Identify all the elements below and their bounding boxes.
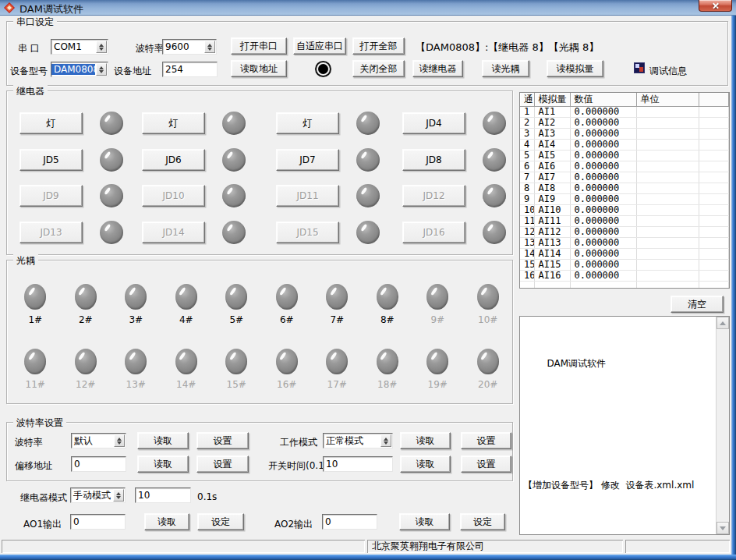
relay-mode-combobox[interactable]: 手动模式	[70, 487, 126, 503]
opto-channel-label: 13#	[126, 379, 146, 390]
table-row[interactable]: 12 AI12 0.000000	[520, 227, 729, 238]
offset-set-button[interactable]: 设置	[196, 455, 249, 473]
opto-grid: 1# 2# 3# 4# 5# 6#	[10, 282, 513, 412]
close-all-button[interactable]: 关闭全部	[352, 60, 405, 77]
scroll-up-button[interactable]	[717, 317, 729, 329]
relay-button[interactable]: JD12	[402, 185, 465, 207]
open-port-button[interactable]: 打开串口	[231, 37, 287, 55]
table-row[interactable]: 8 AI8 0.000000	[520, 183, 729, 194]
table-row[interactable]: 7 AI7 0.000000	[520, 172, 729, 183]
ao2-input[interactable]	[322, 514, 377, 530]
log-scrollbar[interactable]	[716, 317, 729, 534]
relay-button[interactable]: JD9	[19, 185, 83, 207]
opto-channel-label: 17#	[327, 379, 347, 390]
table-row[interactable]: 5 AI5 0.000000	[520, 151, 729, 161]
read-opto-button[interactable]: 读光耦	[482, 60, 529, 77]
relay-button[interactable]: JD13	[19, 222, 83, 243]
table-row[interactable]: 3 AI3 0.000000	[520, 129, 729, 140]
read-address-button[interactable]: 读取地址	[231, 60, 287, 77]
device-model-value: DAM0808	[51, 64, 95, 75]
opto-channel-label: 10#	[478, 314, 497, 325]
cell-unit	[636, 183, 699, 194]
cell-analog-name: AI3	[534, 129, 570, 140]
table-row[interactable]: 11 AI11 0.000000	[520, 216, 729, 227]
table-row[interactable]: 1 AI1 0.000000	[520, 107, 729, 118]
cell-unit	[636, 129, 699, 140]
table-row[interactable]: 14 AI14 0.000000	[520, 249, 729, 260]
table-row[interactable]: 2 AI2 0.000000	[520, 118, 729, 129]
relay-led-indicator	[222, 221, 246, 244]
dropdown-arrow-icon[interactable]	[96, 63, 107, 76]
device-address-input[interactable]	[162, 62, 218, 77]
offset-read-button[interactable]: 读取	[137, 455, 189, 473]
relay-button[interactable]: JD4	[402, 112, 465, 134]
relay-group: 继电器 灯 灯 灯 JD4 JD5	[6, 90, 513, 255]
device-model-combobox[interactable]: DAM0808	[51, 62, 108, 77]
table-row[interactable]: 4 AI4 0.000000	[520, 140, 729, 151]
relay-button[interactable]: 灯	[142, 112, 205, 134]
work-mode-set-button[interactable]: 设置	[461, 432, 511, 449]
col-header-value[interactable]: 数值	[570, 93, 636, 107]
ao1-input[interactable]	[70, 514, 126, 530]
relay-button[interactable]: JD14	[142, 222, 205, 243]
ao2-set-button[interactable]: 设定	[460, 513, 505, 530]
switch-time-read-button[interactable]: 读取	[400, 455, 451, 473]
log-panel[interactable]: DAM调试软件 【增加设备型号】 修改 设备表.xml.xml 【模拟量 单位、…	[519, 316, 730, 535]
dropdown-arrow-icon[interactable]	[204, 41, 215, 53]
table-row[interactable]: 10 AI10 0.000000	[520, 205, 729, 216]
table-row[interactable]: 9 AI9 0.000000	[520, 194, 729, 205]
table-row[interactable]: 15 AI15 0.000000	[520, 260, 729, 271]
cell-channel: 13	[520, 238, 534, 249]
switch-time-set-button[interactable]: 设置	[461, 455, 511, 473]
col-header-channel[interactable]: 通	[520, 93, 534, 107]
open-all-button[interactable]: 打开全部	[352, 37, 405, 55]
relay-button[interactable]: JD6	[142, 149, 205, 171]
dropdown-arrow-icon[interactable]	[96, 41, 107, 53]
relay-button[interactable]: JD16	[402, 222, 465, 243]
relay-button[interactable]: JD8	[402, 149, 465, 171]
dropdown-arrow-icon[interactable]	[114, 434, 125, 447]
cell-value: 0.000000	[570, 249, 636, 260]
baudrate-combobox[interactable]: 9600	[162, 39, 217, 55]
read-analog-button[interactable]: 读模拟量	[547, 60, 603, 77]
dropdown-arrow-icon[interactable]	[113, 489, 124, 502]
switch-time-input[interactable]	[323, 456, 393, 472]
baudrate-read-button[interactable]: 读取	[137, 432, 189, 449]
opto-channel: 18#	[363, 347, 413, 412]
table-row[interactable]: 13 AI13 0.000000	[520, 238, 729, 249]
relay-button[interactable]: JD5	[19, 149, 83, 171]
relay-button[interactable]: JD7	[276, 149, 339, 171]
col-header-analog[interactable]: 模拟量	[534, 93, 570, 107]
opto-channel-label: 11#	[26, 379, 45, 390]
opto-channel-label: 5#	[229, 314, 243, 325]
col-header-extra[interactable]	[699, 93, 729, 107]
relay-button[interactable]: JD15	[276, 222, 339, 243]
table-row[interactable]: 6 AI6 0.000000	[520, 161, 729, 172]
close-button[interactable]	[699, 0, 732, 12]
dropdown-arrow-icon[interactable]	[380, 434, 391, 447]
relay-button[interactable]: 灯	[276, 112, 339, 134]
scroll-down-button[interactable]	[717, 522, 729, 534]
port-combobox[interactable]: COM1	[51, 39, 108, 55]
read-relay-button[interactable]: 读继电器	[412, 60, 463, 77]
relay-cell: JD7	[270, 142, 396, 179]
relay-cell: 灯	[13, 105, 136, 142]
relay-button[interactable]: JD11	[276, 185, 339, 207]
offset-address-input[interactable]	[71, 456, 126, 472]
relay-button[interactable]: JD10	[142, 185, 205, 207]
ao2-read-button[interactable]: 读取	[399, 513, 450, 530]
adaptive-port-button[interactable]: 自适应串口	[293, 37, 346, 55]
ao1-read-button[interactable]: 读取	[144, 513, 189, 530]
relay-mode-time-input[interactable]	[135, 487, 191, 503]
clear-button[interactable]: 清空	[671, 296, 724, 313]
baudrate-set-combobox[interactable]: 默认	[71, 433, 126, 448]
table-row[interactable]: 16 AI16 0.000000	[520, 271, 729, 282]
ao1-set-button[interactable]: 设定	[197, 513, 244, 530]
work-mode-combobox[interactable]: 正常模式	[323, 433, 393, 448]
col-header-unit[interactable]: 单位	[636, 93, 699, 107]
relay-button[interactable]: 灯	[19, 112, 83, 134]
title-bar: DAM调试软件	[0, 0, 736, 16]
baudrate-set-button[interactable]: 设置	[196, 432, 249, 449]
work-mode-read-button[interactable]: 读取	[400, 432, 451, 449]
log-text: DAM调试软件 【增加设备型号】 修改 设备表.xml.xml 【模拟量 单位、…	[520, 317, 716, 534]
